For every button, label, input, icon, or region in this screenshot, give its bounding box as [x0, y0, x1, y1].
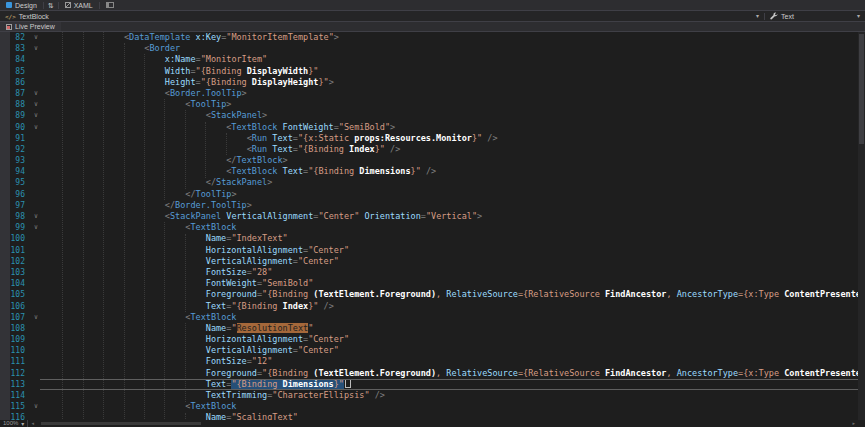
code-line[interactable]: 106 Text="{Binding Index}" />	[0, 301, 865, 312]
fold-chevron-icon[interactable]: ∨	[30, 110, 42, 121]
line-number[interactable]: 89	[0, 110, 30, 121]
code-line[interactable]: 83∨ <Border	[0, 43, 865, 54]
code-line[interactable]: 102 VerticalAlignment="Center"	[0, 256, 865, 267]
line-number[interactable]: 105	[0, 289, 30, 300]
line-number[interactable]: 86	[0, 77, 30, 88]
code-text: FontSize="28"	[42, 267, 272, 278]
code-line[interactable]: 86 Height="{Binding DisplayHeight}">	[0, 77, 865, 88]
line-number[interactable]: 108	[0, 323, 30, 334]
fold-chevron-icon[interactable]: ∨	[30, 122, 42, 133]
line-number[interactable]: 102	[0, 256, 30, 267]
vertical-scrollbar-thumb[interactable]	[859, 34, 864, 144]
member-combobox[interactable]: Text ▾	[765, 11, 865, 21]
code-line[interactable]: 109 HorizontalAlignment="Center"	[0, 334, 865, 345]
line-number[interactable]: 91	[0, 133, 30, 144]
split-orientation-button[interactable]	[100, 0, 120, 10]
line-number[interactable]: 103	[0, 267, 30, 278]
line-number[interactable]: 107	[0, 312, 30, 323]
code-line[interactable]: 91 <Run Text="{x:Static props:Resources.…	[0, 133, 865, 144]
chevron-down-icon[interactable]: ▾	[756, 13, 759, 19]
code-line[interactable]: 112 Foreground="{Binding (TextElement.Fo…	[0, 368, 865, 379]
zoom-level[interactable]: 100%	[3, 418, 18, 427]
line-number[interactable]: 114	[0, 390, 30, 401]
line-number[interactable]: 115	[0, 401, 30, 412]
live-preview-tab[interactable]: Live Preview	[0, 22, 61, 31]
line-number[interactable]: 94	[0, 166, 30, 177]
code-line[interactable]: 98∨ <StackPanel VerticalAlignment="Cente…	[0, 211, 865, 222]
line-number[interactable]: 87	[0, 88, 30, 99]
line-number[interactable]: 82	[0, 32, 30, 43]
line-number[interactable]: 93	[0, 155, 30, 166]
code-line[interactable]: 99∨ <TextBlock	[0, 222, 865, 233]
code-line[interactable]: 96 </ToolTip>	[0, 189, 865, 200]
design-tab[interactable]: Design	[0, 0, 43, 10]
chevron-down-icon[interactable]: ▾	[857, 13, 860, 19]
line-number[interactable]: 96	[0, 189, 30, 200]
code-text: </TextBlock>	[42, 155, 288, 166]
swap-panes-button[interactable]: ⇅	[44, 2, 58, 9]
code-line[interactable]: 97 </Border.ToolTip>	[0, 200, 865, 211]
code-line[interactable]: 82∨ <DataTemplate x:Key="MonitorItemTemp…	[0, 32, 865, 43]
code-line[interactable]: 94 <TextBlock Text="{Binding Dimensions}…	[0, 166, 865, 177]
vertical-scrollbar[interactable]	[858, 32, 865, 420]
line-number[interactable]: 99	[0, 222, 30, 233]
xaml-tab[interactable]: XAML	[59, 0, 99, 10]
code-line[interactable]: 110 VerticalAlignment="Center"	[0, 345, 865, 356]
scroll-right-icon[interactable]: ▸	[852, 421, 855, 426]
line-number[interactable]: 104	[0, 278, 30, 289]
fold-chevron-icon[interactable]: ∨	[30, 312, 42, 323]
code-line[interactable]: 114 TextTrimming="CharacterEllipsis" />	[0, 390, 865, 401]
fold-chevron-icon[interactable]: ∨	[30, 401, 42, 412]
swap-arrows-icon: ⇅	[48, 2, 54, 9]
line-number[interactable]: 109	[0, 334, 30, 345]
horizontal-scrollbar-thumb[interactable]	[41, 422, 201, 425]
code-line[interactable]: 93 </TextBlock>	[0, 155, 865, 166]
code-line[interactable]: 84 x:Name="MonitorItem"	[0, 54, 865, 65]
element-breadcrumb-combobox[interactable]: </> TextBlock ▾	[0, 11, 764, 21]
code-line[interactable]: 92 <Run Text="{Binding Index}" />	[0, 144, 865, 155]
line-number[interactable]: 113	[0, 379, 30, 390]
fold-chevron-icon[interactable]: ∨	[30, 88, 42, 99]
fold-chevron-icon[interactable]: ∨	[30, 43, 42, 54]
code-line[interactable]: 87∨ <Border.ToolTip>	[0, 88, 865, 99]
line-number[interactable]: 98	[0, 211, 30, 222]
line-number[interactable]: 100	[0, 233, 30, 244]
code-line[interactable]: 90∨ <TextBlock FontWeight="SemiBold">	[0, 122, 865, 133]
code-line[interactable]: 108 Name="ResolutionText"	[0, 323, 865, 334]
code-line[interactable]: 107∨ <TextBlock	[0, 312, 865, 323]
split-view-icon	[106, 2, 114, 8]
line-number[interactable]: 111	[0, 356, 30, 367]
fold-chevron-icon[interactable]: ∨	[30, 211, 42, 222]
code-line[interactable]: 95 </StackPanel>	[0, 177, 865, 188]
line-number[interactable]: 88	[0, 99, 30, 110]
line-number[interactable]: 97	[0, 200, 30, 211]
code-line[interactable]: 89∨ <StackPanel>	[0, 110, 865, 121]
line-number[interactable]: 106	[0, 301, 30, 312]
line-number[interactable]: 110	[0, 345, 30, 356]
code-line[interactable]: 111 FontSize="12"	[0, 356, 865, 367]
line-number[interactable]: 84	[0, 54, 30, 65]
zoom-dropdown-icon[interactable]: ▾	[21, 421, 24, 427]
line-number[interactable]: 101	[0, 245, 30, 256]
fold-chevron-icon[interactable]: ∨	[30, 99, 42, 110]
line-number[interactable]: 85	[0, 66, 30, 77]
line-number[interactable]: 112	[0, 368, 30, 379]
scroll-left-icon[interactable]: ◂	[31, 421, 34, 426]
code-line[interactable]: 101 HorizontalAlignment="Center"	[0, 245, 865, 256]
line-number[interactable]: 83	[0, 43, 30, 54]
code-line[interactable]: 104 FontWeight="SemiBold"	[0, 278, 865, 289]
fold-chevron-icon[interactable]: ∨	[30, 222, 42, 233]
line-number[interactable]: 92	[0, 144, 30, 155]
code-line-current[interactable]: 113 Text="{Binding Dimensions}"	[0, 379, 865, 390]
line-number[interactable]: 90	[0, 122, 30, 133]
code-line[interactable]: 85 Width="{Binding DisplayWidth}"	[0, 66, 865, 77]
code-line[interactable]: 105 Foreground="{Binding (TextElement.Fo…	[0, 289, 865, 300]
fold-chevron-icon[interactable]: ∨	[30, 32, 42, 43]
code-line[interactable]: 103 FontSize="28"	[0, 267, 865, 278]
line-number[interactable]: 95	[0, 177, 30, 188]
xaml-code-editor[interactable]: 82∨ <DataTemplate x:Key="MonitorItemTemp…	[0, 32, 865, 427]
code-line[interactable]: 115∨ <TextBlock	[0, 401, 865, 412]
code-text: VerticalAlignment="Center"	[42, 256, 339, 267]
code-line[interactable]: 100 Name="IndexText"	[0, 233, 865, 244]
code-line[interactable]: 88∨ <ToolTip>	[0, 99, 865, 110]
